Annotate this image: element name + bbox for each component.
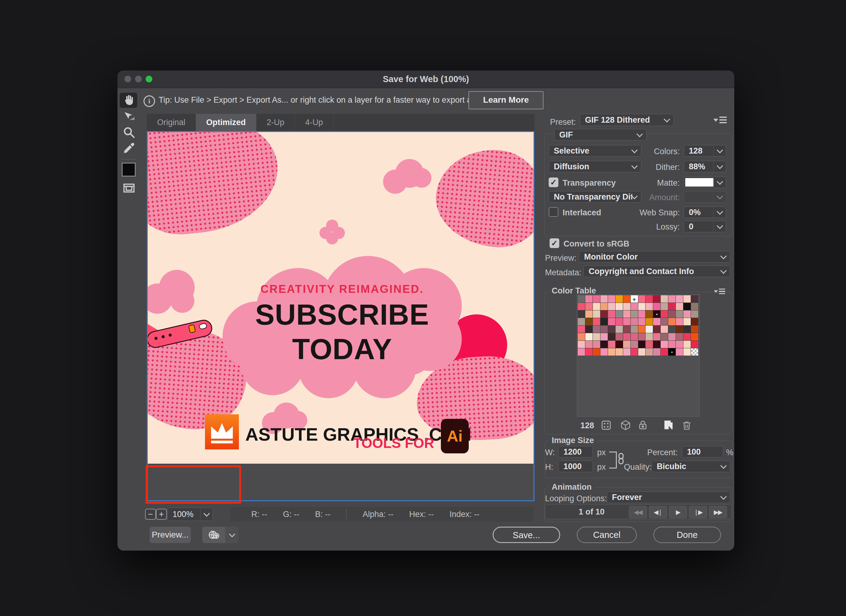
colors-select[interactable]: 128 [684,145,726,157]
preset-select[interactable]: GIF 128 Dithered [580,114,674,126]
color-swatch[interactable] [691,318,698,325]
color-swatch[interactable] [676,348,683,356]
optimized-preview-canvas[interactable]: CREATIVITY REIMAGINED. SUBSCRIBE TODAY A… [148,132,533,464]
color-swatch[interactable] [676,318,683,325]
color-swatch[interactable] [601,341,608,348]
palette-select[interactable]: Selective [549,145,641,157]
color-swatch[interactable] [578,348,585,356]
color-swatch[interactable] [631,348,638,356]
color-swatch[interactable] [646,333,653,340]
color-swatch[interactable] [593,318,600,325]
learn-more-button[interactable]: Learn More [469,91,543,109]
color-swatch[interactable] [601,303,608,310]
color-swatch[interactable] [676,333,683,340]
color-swatch[interactable] [653,326,660,333]
color-swatch[interactable] [601,326,608,333]
zoom-out-button[interactable]: − [145,509,156,520]
color-swatch[interactable] [623,333,630,340]
color-swatch[interactable] [653,295,660,303]
play-button[interactable]: ▶ [669,506,687,518]
color-swatch[interactable] [676,295,683,303]
color-swatch[interactable] [608,303,615,310]
color-swatch[interactable] [615,310,623,318]
color-swatch[interactable] [661,348,668,356]
percent-field[interactable]: 100 [682,446,723,457]
last-frame-button[interactable]: ▶▶ [709,506,727,518]
zoom-tool-icon[interactable] [122,126,136,139]
srgb-checkbox[interactable]: ✓ [549,238,559,248]
toggle-slices-visibility-icon[interactable] [122,181,136,195]
height-field[interactable]: 1000 [558,461,593,472]
color-swatch[interactable] [638,310,646,318]
done-button[interactable]: Done [654,527,721,543]
color-swatch[interactable] [661,341,668,348]
color-swatch[interactable] [623,303,630,310]
websnap-select[interactable]: 0% [684,207,726,218]
color-swatch[interactable] [601,318,608,325]
color-swatch[interactable] [661,310,668,318]
color-swatch[interactable] [593,295,600,303]
color-swatch[interactable]: • [668,348,676,356]
color-swatch[interactable] [653,333,660,340]
dither-method-select[interactable]: Diffusion [549,161,641,172]
color-swatch[interactable] [691,303,698,310]
color-swatch[interactable] [585,295,593,303]
color-swatch[interactable] [668,333,676,340]
color-swatch[interactable] [668,318,676,325]
color-swatch[interactable] [608,341,615,348]
color-swatch[interactable] [691,310,698,318]
color-swatch[interactable] [615,295,623,303]
color-swatch[interactable] [631,318,638,325]
color-swatch[interactable] [578,341,585,348]
color-swatch[interactable] [593,310,600,318]
color-swatch[interactable] [623,318,630,325]
fill-color-swatch[interactable] [122,163,136,176]
preview-in-browser-button[interactable]: Preview... [150,527,191,543]
color-swatch[interactable] [676,326,683,333]
color-swatch[interactable] [585,341,593,348]
color-swatch[interactable] [623,310,630,318]
color-swatch[interactable] [691,341,698,348]
eyedropper-tool-icon[interactable] [122,141,136,155]
tab-original[interactable]: Original [147,114,196,131]
color-swatch[interactable] [646,310,653,318]
color-swatch[interactable] [638,333,646,340]
color-swatch[interactable] [638,295,646,303]
preview-mode-select[interactable]: Monitor Color [579,251,730,263]
width-field[interactable]: 1200 [558,446,593,457]
color-swatch[interactable] [668,303,676,310]
color-swatch[interactable]: • [653,310,660,318]
preview-pane[interactable]: CREATIVITY REIMAGINED. SUBSCRIBE TODAY A… [147,131,535,501]
color-swatch[interactable] [585,310,593,318]
color-swatch[interactable] [668,295,676,303]
color-swatch[interactable] [683,303,691,310]
color-swatch[interactable] [646,318,653,325]
color-swatch[interactable] [683,348,691,356]
next-frame-button[interactable]: ❘▶ [689,506,707,518]
color-swatch[interactable] [615,348,623,356]
color-swatch[interactable] [661,318,668,325]
color-swatch[interactable] [578,333,585,340]
cancel-button[interactable]: Cancel [577,527,637,543]
color-swatch[interactable] [615,318,623,325]
color-swatch[interactable] [623,326,630,333]
tab-2-up[interactable]: 2-Up [257,114,295,131]
color-swatch[interactable] [631,341,638,348]
web-shift-dice-icon[interactable] [601,420,612,431]
dither-amount-select[interactable]: 88% [684,161,726,172]
color-swatch[interactable] [638,303,646,310]
color-swatch[interactable] [661,333,668,340]
prev-frame-button[interactable]: ◀❘ [649,506,667,518]
color-swatch[interactable] [683,310,691,318]
delete-color-icon[interactable] [681,420,692,431]
browser-select-split-button[interactable]: ? [202,527,239,543]
color-swatch[interactable] [585,303,593,310]
color-swatch[interactable] [615,341,623,348]
matte-select[interactable] [684,176,726,188]
color-swatch[interactable] [585,326,593,333]
browser-globe-icon[interactable]: ? [202,527,225,543]
color-swatch[interactable] [608,318,615,325]
color-swatch[interactable] [578,326,585,333]
lossy-select[interactable]: 0 [684,221,726,232]
tab-optimized[interactable]: Optimized [196,114,257,131]
